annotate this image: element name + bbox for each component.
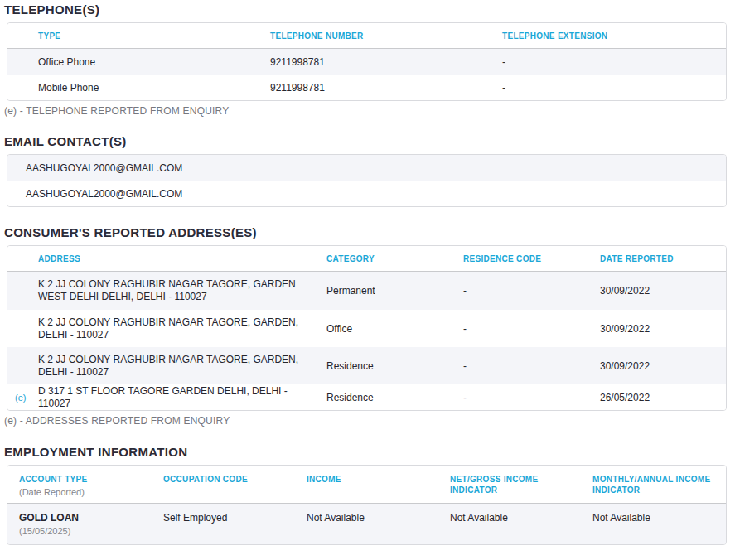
cell-telephone-extension: -: [502, 56, 726, 68]
account-type-date: (15/05/2025): [19, 526, 163, 536]
section-gap: [4, 427, 727, 445]
addresses-heading: CONSUMER'S REPORTED ADDRESS(ES): [4, 225, 727, 239]
column-header-type: TYPE: [7, 31, 270, 41]
cell-monthly-annual-income-indicator: Not Available: [592, 512, 726, 524]
cell-date-reported: 30/09/2022: [600, 323, 726, 335]
cell-net-gross-income-indicator: Not Available: [450, 512, 592, 524]
net-gross-income-indicator-label: NET/GROSS INCOME INDICATOR: [450, 474, 574, 495]
column-header-address: ADDRESS: [7, 253, 326, 265]
telephone-row: Mobile Phone 9211998781 -: [7, 75, 726, 100]
employment-row: GOLD LOAN (15/05/2025) Self Employed Not…: [7, 504, 726, 544]
addresses-header-row: ADDRESS CATEGORY RESIDENCE CODE DATE REP…: [7, 246, 726, 272]
addresses-table: ADDRESS CATEGORY RESIDENCE CODE DATE REP…: [7, 245, 727, 411]
cell-category: Permanent: [326, 285, 463, 297]
telephones-heading: TELEPHONE(S): [4, 2, 727, 17]
telephones-header-row: TYPE TELEPHONE NUMBER TELEPHONE EXTENSIO…: [7, 23, 726, 49]
account-type-label: ACCOUNT TYPE: [19, 474, 88, 485]
employment-table: ACCOUNT TYPE (Date Reported) OCCUPATION …: [7, 465, 727, 545]
email-row: AASHUGOYAL2000@GMAIL.COM: [7, 181, 726, 206]
column-header-date-reported: DATE REPORTED: [600, 254, 726, 263]
section-addresses: CONSUMER'S REPORTED ADDRESS(ES) ADDRESS …: [4, 225, 727, 427]
section-employment: EMPLOYMENT INFORMATION ACCOUNT TYPE (Dat…: [4, 445, 727, 545]
cell-type: Office Phone: [7, 56, 270, 68]
column-header-telephone-extension: TELEPHONE EXTENSION: [502, 31, 726, 41]
section-gap: [4, 117, 727, 134]
address-row: (e) D 317 1 ST FLOOR TAGORE GARDEN DELHI…: [7, 384, 726, 410]
cell-date-reported: 30/09/2022: [600, 360, 726, 372]
addresses-enquiry-note: (e) - ADDRESSES REPORTED FROM ENQUIRY: [4, 415, 727, 427]
employment-heading: EMPLOYMENT INFORMATION: [4, 445, 727, 459]
monthly-annual-income-indicator-label: MONTHLY/ANNUAL INCOME INDICATOR: [592, 474, 717, 495]
report-page: TELEPHONE(S) TYPE TELEPHONE NUMBER TELEP…: [0, 0, 735, 545]
account-type-value: GOLD LOAN: [19, 512, 79, 524]
cell-occupation-code: Self Employed: [163, 512, 307, 524]
column-header-account-type: ACCOUNT TYPE (Date Reported): [7, 474, 163, 497]
telephone-row: Office Phone 9211998781 -: [7, 49, 726, 75]
section-telephones: TELEPHONE(S) TYPE TELEPHONE NUMBER TELEP…: [4, 2, 727, 117]
account-type-sublabel: (Date Reported): [19, 487, 163, 497]
address-row: K 2 JJ COLONY RAGHUBIR NAGAR TAGORE, GAR…: [7, 310, 726, 347]
cell-residence-code: -: [463, 392, 600, 403]
cell-residence-code: -: [463, 323, 600, 335]
cell-category: Residence: [326, 392, 463, 403]
cell-telephone-number: 9211998781: [270, 82, 502, 94]
section-emails: EMAIL CONTACT(S) AASHUGOYAL2000@GMAIL.CO…: [4, 134, 727, 207]
column-header-occupation-code: OCCUPATION CODE: [163, 474, 307, 485]
cell-address: K 2 JJ COLONY RAGHUBIR NAGAR TAGORE, GAR…: [7, 354, 326, 379]
cell-address: K 2 JJ COLONY RAGHUBIR NAGAR TAGORE, GAR…: [7, 278, 326, 303]
column-header-category: CATEGORY: [326, 254, 463, 263]
address-row: K 2 JJ COLONY RAGHUBIR NAGAR TAGORE, GAR…: [7, 272, 726, 310]
cell-account-type: GOLD LOAN (15/05/2025): [7, 512, 163, 536]
emails-table: AASHUGOYAL2000@GMAIL.COM AASHUGOYAL2000@…: [7, 154, 727, 207]
cell-income: Not Available: [307, 512, 450, 524]
cell-residence-code: -: [463, 360, 600, 372]
cell-residence-code: -: [463, 285, 600, 297]
emails-heading: EMAIL CONTACT(S): [4, 134, 727, 148]
column-header-income: INCOME: [307, 474, 450, 485]
email-value: AASHUGOYAL2000@GMAIL.COM: [26, 188, 182, 200]
cell-category: Office: [326, 323, 463, 335]
occupation-code-label: OCCUPATION CODE: [163, 474, 248, 485]
employment-header-row: ACCOUNT TYPE (Date Reported) OCCUPATION …: [7, 466, 726, 504]
telephones-table: TYPE TELEPHONE NUMBER TELEPHONE EXTENSIO…: [7, 22, 727, 101]
email-value: AASHUGOYAL2000@GMAIL.COM: [26, 162, 182, 174]
cell-type: Mobile Phone: [7, 82, 270, 94]
cell-date-reported: 30/09/2022: [600, 285, 726, 297]
address-row: K 2 JJ COLONY RAGHUBIR NAGAR TAGORE, GAR…: [7, 347, 726, 384]
cell-telephone-extension: -: [502, 82, 726, 94]
cell-address: D 317 1 ST FLOOR TAGORE GARDEN DELHI, DE…: [7, 385, 326, 410]
telephones-enquiry-note: (e) - TELEPHONE REPORTED FROM ENQUIRY: [4, 105, 727, 117]
column-header-net-gross-income-indicator: NET/GROSS INCOME INDICATOR: [450, 474, 592, 495]
column-header-monthly-annual-income-indicator: MONTHLY/ANNUAL INCOME INDICATOR: [592, 474, 726, 495]
section-gap: [4, 207, 727, 225]
enquiry-flag: (e): [15, 393, 26, 403]
email-row: AASHUGOYAL2000@GMAIL.COM: [7, 155, 726, 181]
cell-category: Residence: [326, 360, 463, 372]
cell-address: K 2 JJ COLONY RAGHUBIR NAGAR TAGORE, GAR…: [7, 316, 326, 341]
income-label: INCOME: [307, 474, 341, 485]
column-header-telephone-number: TELEPHONE NUMBER: [270, 31, 502, 41]
column-header-residence-code: RESIDENCE CODE: [463, 254, 600, 263]
cell-date-reported: 26/05/2022: [600, 392, 726, 403]
cell-telephone-number: 9211998781: [270, 56, 502, 68]
